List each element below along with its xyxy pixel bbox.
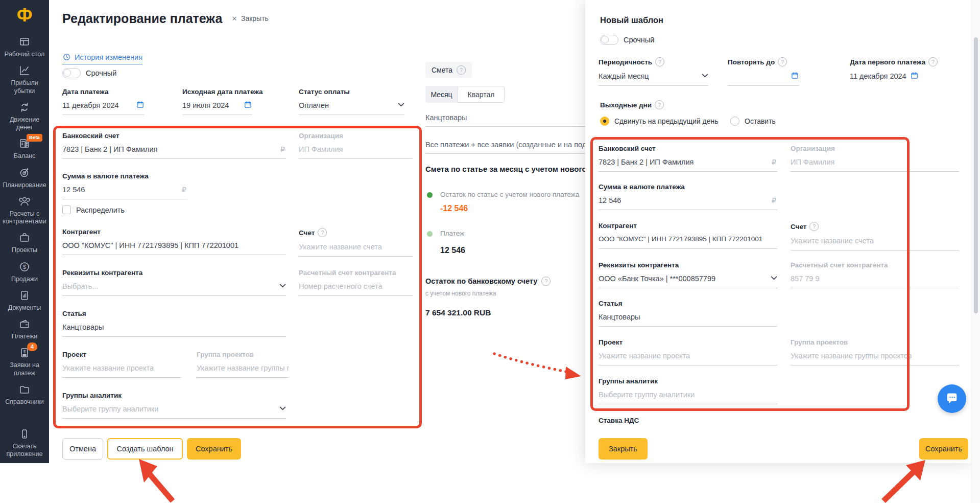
cancel-button[interactable]: Отмена — [62, 438, 103, 460]
requisites-field[interactable]: Реквизиты контрагента ООО «Банк Точка» |… — [599, 261, 777, 288]
sidebar-item-payment-requests[interactable]: $ 4 Заявки на платеж — [1, 347, 49, 377]
chat-button[interactable] — [938, 384, 966, 413]
field-value: ООО "КОМУС" | ИНН 7721793895 | КПП 77220… — [599, 235, 762, 243]
radio-selected-icon[interactable] — [600, 117, 609, 126]
amount-field[interactable]: Сумма в валюте платежа 12 546 ₽ — [62, 172, 187, 199]
sidebar-item-counterparties[interactable]: Расчеты с контрагентами — [1, 195, 49, 226]
requisites-field[interactable]: Реквизиты контрагента Выбрать... — [62, 269, 286, 296]
original-date-field[interactable]: Исходная дата платежа 19 июля 2024 — [182, 88, 252, 115]
sidebar-item-profit-loss[interactable]: Прибыли убытки — [1, 64, 49, 95]
create-template-button[interactable]: Создать шаблон — [107, 438, 183, 460]
payment-requests-icon: $ 4 — [18, 347, 31, 359]
bank-account-field[interactable]: Банковский счет 7823 | Банк 2 | ИП Фамил… — [62, 132, 286, 159]
field-label: Статья — [599, 300, 623, 307]
help-icon[interactable]: ? — [809, 222, 819, 231]
weekend-option-shift[interactable]: Сдвинуть на предыдущий день — [600, 117, 719, 126]
phone-icon — [18, 428, 31, 440]
analytics-group-field[interactable]: Группы аналитик Выберите группу аналитик… — [599, 377, 777, 404]
account-field[interactable]: Счет ? Укажите название счета — [299, 228, 413, 257]
calendar-icon[interactable] — [910, 71, 919, 80]
settlement-account-field: Расчетный счет контрагента 857 79 9 — [791, 261, 959, 288]
urgent-toggle-row: Срочный — [62, 68, 116, 78]
chevron-down-icon[interactable] — [771, 273, 777, 282]
sidebar-item-desktop[interactable]: Рабочий стол — [1, 36, 49, 58]
article-field[interactable]: Статья Канцтовары — [62, 310, 286, 337]
sidebar-item-documents[interactable]: Документы — [1, 289, 49, 312]
first-payment-date-field[interactable]: Дата первого платежа ? 11 декабря 2024 — [850, 57, 960, 85]
help-icon[interactable]: ? — [655, 100, 664, 109]
panel-close-button[interactable]: Закрыть — [599, 438, 648, 460]
calendar-icon[interactable] — [136, 100, 145, 109]
amount-field[interactable]: Сумма в валюте платежа 12 546 ₽ — [599, 183, 777, 210]
sidebar-item-label: Справочники — [5, 398, 44, 406]
help-icon[interactable]: ? — [928, 57, 938, 66]
sidebar-item-payments[interactable]: Платежи — [1, 318, 49, 340]
field-label: Группа проектов — [197, 351, 254, 358]
account-field[interactable]: Счет ? Укажите название счета — [791, 222, 959, 250]
urgent-toggle[interactable] — [600, 35, 618, 45]
field-label: Повторять до — [728, 58, 775, 66]
sidebar-item-sales[interactable]: $ Продажи — [1, 261, 49, 283]
payment-value: 12 546 — [440, 246, 465, 255]
help-icon[interactable]: ? — [655, 57, 664, 66]
history-icon — [62, 53, 71, 61]
repeat-until-field[interactable]: Повторять до ? — [728, 57, 799, 86]
help-icon[interactable]: ? — [778, 57, 787, 66]
tab-month[interactable]: Месяц — [425, 86, 458, 103]
estimate-article-input[interactable]: Канцтовары — [425, 113, 594, 127]
chevron-down-icon[interactable] — [279, 404, 286, 412]
analytics-group-field[interactable]: Группы аналитик Выберите группу аналитик… — [62, 392, 286, 419]
bank-account-field[interactable]: Банковский счет 7823 | Банк 2 | ИП Фамил… — [599, 145, 777, 172]
chevron-down-icon[interactable] — [398, 100, 404, 108]
close-editor-button[interactable]: × Закрыть — [232, 14, 269, 23]
urgent-toggle[interactable] — [62, 68, 81, 78]
sidebar-item-projects[interactable]: Проекты — [1, 232, 49, 254]
panel-save-button[interactable]: Сохранить — [919, 438, 968, 460]
help-icon[interactable]: ? — [457, 65, 466, 75]
svg-text:$: $ — [23, 264, 26, 270]
save-button[interactable]: Сохранить — [187, 438, 241, 460]
weekend-days-label: Выходные дни — [600, 101, 652, 109]
close-label[interactable]: Закрыть — [241, 14, 269, 22]
history-link[interactable]: История изменения — [62, 53, 142, 64]
payment-status-field[interactable]: Статус оплаты Оплачен — [299, 88, 404, 115]
field-value: Канцтовары — [599, 313, 640, 321]
project-field[interactable]: Проект Укажите название проекта — [599, 338, 777, 365]
project-field[interactable]: Проект Укажите название проекта — [62, 351, 181, 378]
scrollbar-thumb[interactable] — [974, 37, 978, 313]
scrollbar[interactable] — [971, 0, 980, 503]
periodicity-field[interactable]: Периодичность ? Каждый месяц — [599, 57, 708, 86]
payment-date-field[interactable]: Дата платежа 11 декабря 2024 — [62, 88, 145, 115]
field-value: ИП Фамилия — [791, 158, 834, 166]
help-icon[interactable]: ? — [318, 228, 327, 237]
article-field[interactable]: Статья Канцтовары — [599, 300, 777, 327]
field-value: 12 546 — [599, 196, 621, 204]
counterparty-field[interactable]: Контрагент ООО "КОМУС" | ИНН 7721793895 … — [62, 228, 286, 255]
help-icon[interactable]: ? — [541, 277, 551, 286]
ruble-sign: ₽ — [280, 145, 285, 153]
field-value: ИП Фамилия — [299, 145, 343, 153]
calendar-icon[interactable] — [791, 71, 799, 80]
distribute-checkbox-row[interactable]: Распределить — [62, 205, 125, 214]
counterparty-field[interactable]: Контрагент ООО "КОМУС" | ИНН 7721793895 … — [599, 222, 777, 249]
field-placeholder: Укажите название проекта — [62, 364, 154, 372]
sidebar-item-planning[interactable]: Планирование — [1, 167, 49, 189]
chevron-down-icon[interactable] — [279, 281, 286, 289]
radio-unselected-icon[interactable] — [730, 117, 739, 126]
distribute-checkbox[interactable] — [62, 205, 71, 214]
chevron-down-icon[interactable] — [702, 71, 708, 79]
close-icon[interactable]: × — [232, 14, 237, 23]
sidebar-item-directories[interactable]: Справочники — [1, 383, 49, 406]
calendar-icon[interactable] — [244, 100, 252, 109]
sidebar-item-money-flow[interactable]: Движение денег — [1, 101, 49, 132]
field-label: Организация — [791, 145, 835, 152]
weekend-option-keep[interactable]: Оставить — [730, 117, 776, 126]
settlement-account-field: Расчетный счет контрагента Номер расчетн… — [299, 269, 413, 296]
sidebar-item-download-app[interactable]: Скачать приложение — [1, 428, 49, 459]
app-logo[interactable]: Ф — [17, 6, 33, 25]
field-value: ООО "КОМУС" | ИНН 7721793895 | КПП 77220… — [62, 241, 238, 249]
sidebar-item-balance[interactable]: Beta Баланс — [1, 138, 49, 160]
tab-quarter[interactable]: Квартал — [458, 86, 505, 103]
estimate-filter-input[interactable]: Все платежи + все заявки (созданные и на… — [425, 141, 594, 154]
field-label: Группы аналитик — [599, 377, 658, 385]
